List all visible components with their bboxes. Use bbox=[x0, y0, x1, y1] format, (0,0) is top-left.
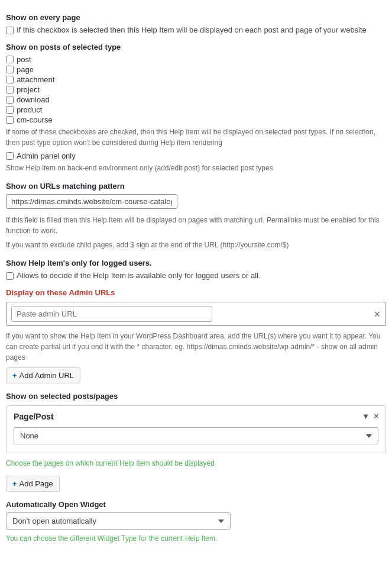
logged-users-section: Show Help Item's only for logged users. … bbox=[6, 259, 386, 280]
auto-open-description: You can choose the different Widget Type… bbox=[6, 533, 386, 544]
show-post-types-title: Show on posts of selected type bbox=[6, 43, 386, 51]
plus-icon: + bbox=[12, 371, 17, 380]
admin-url-input[interactable] bbox=[11, 306, 212, 322]
show-urls-title: Show on URLs matching pattern bbox=[6, 182, 386, 191]
logged-users-title: Show Help Item's only for logged users. bbox=[6, 259, 386, 267]
close-admin-url-icon[interactable]: ✕ bbox=[374, 310, 381, 318]
add-page-label: Add Page bbox=[20, 479, 53, 488]
logged-users-label: Allows to decide if the Help Item is ava… bbox=[17, 271, 261, 280]
checkbox-cm-course[interactable] bbox=[6, 116, 14, 124]
post-type-page: page bbox=[6, 65, 386, 74]
page-post-select[interactable]: None bbox=[14, 427, 378, 444]
add-admin-url-label: Add Admin URL bbox=[20, 371, 74, 380]
post-type-project: project bbox=[6, 85, 386, 94]
admin-panel-row: Admin panel only bbox=[6, 151, 386, 160]
auto-open-title: Automatically Open Widget bbox=[6, 500, 386, 509]
page-post-box: Page/Post ▼ ✕ None bbox=[6, 405, 386, 453]
admin-panel-desc: Show Help item on back-end environment o… bbox=[6, 163, 386, 173]
show-every-page-section: Show on every page If this checkbox is s… bbox=[6, 13, 386, 34]
checkbox-download[interactable] bbox=[6, 96, 14, 104]
admin-url-info: If you want to show the Help Item in you… bbox=[6, 331, 386, 363]
show-every-page-row: If this checkbox is selected then this H… bbox=[6, 25, 386, 34]
show-every-page-label: If this checkbox is selected then this H… bbox=[17, 25, 367, 34]
post-type-attachment: attachment bbox=[6, 75, 386, 84]
checkbox-attachment[interactable] bbox=[6, 76, 14, 83]
checkbox-page[interactable] bbox=[6, 66, 14, 73]
add-page-button[interactable]: + Add Page bbox=[6, 476, 60, 492]
page-post-box-controls: ▼ ✕ bbox=[362, 412, 380, 421]
show-every-page-checkbox[interactable] bbox=[6, 27, 14, 34]
logged-users-checkbox[interactable] bbox=[6, 272, 14, 280]
post-type-download: download bbox=[6, 95, 386, 104]
add-admin-url-button[interactable]: + Add Admin URL bbox=[6, 367, 80, 383]
auto-open-select[interactable]: Don't open automatically Open on page lo… bbox=[6, 512, 231, 530]
admin-urls-section: Display on these Admin URLs ✕ If you wan… bbox=[6, 288, 386, 383]
auto-open-select-wrapper: Don't open automatically Open on page lo… bbox=[6, 512, 386, 530]
auto-open-section: Automatically Open Widget Don't open aut… bbox=[6, 500, 386, 544]
url-pattern-input[interactable]: https://dimas.cminds.website/cm-course-c… bbox=[6, 194, 177, 209]
post-type-product: product bbox=[6, 105, 386, 114]
selected-posts-section: Show on selected posts/pages Page/Post ▼… bbox=[6, 392, 386, 492]
admin-urls-title: Display on these Admin URLs bbox=[6, 288, 386, 297]
admin-panel-checkbox[interactable] bbox=[6, 152, 14, 160]
plus-page-icon: + bbox=[12, 479, 17, 488]
remove-page-post-icon[interactable]: ✕ bbox=[373, 412, 380, 421]
post-type-post: post bbox=[6, 55, 386, 64]
checkbox-product[interactable] bbox=[6, 106, 14, 114]
post-types-list: post page attachment project download pr… bbox=[6, 55, 386, 124]
logged-users-row: Allows to decide if the Help Item is ava… bbox=[6, 271, 386, 280]
page-post-box-title: Page/Post bbox=[14, 412, 378, 421]
url-desc2: If you want to exclude child pages, add … bbox=[6, 240, 386, 250]
show-post-types-section: Show on posts of selected type post page… bbox=[6, 43, 386, 173]
selected-posts-description: Choose the pages on which current Help I… bbox=[6, 458, 386, 469]
show-every-page-title: Show on every page bbox=[6, 13, 386, 22]
show-urls-section: Show on URLs matching pattern https://di… bbox=[6, 182, 386, 250]
admin-url-box: ✕ bbox=[6, 302, 386, 326]
post-types-description: If some of these checkboxes are checked,… bbox=[6, 127, 386, 148]
post-type-cm-course: cm-course bbox=[6, 115, 386, 124]
checkbox-project[interactable] bbox=[6, 86, 14, 93]
collapse-icon[interactable]: ▼ bbox=[362, 412, 370, 421]
checkbox-post[interactable] bbox=[6, 56, 14, 63]
url-desc1: If this field is filled then this Help I… bbox=[6, 215, 386, 236]
admin-panel-label: Admin panel only bbox=[17, 151, 76, 160]
selected-posts-title: Show on selected posts/pages bbox=[6, 392, 386, 401]
